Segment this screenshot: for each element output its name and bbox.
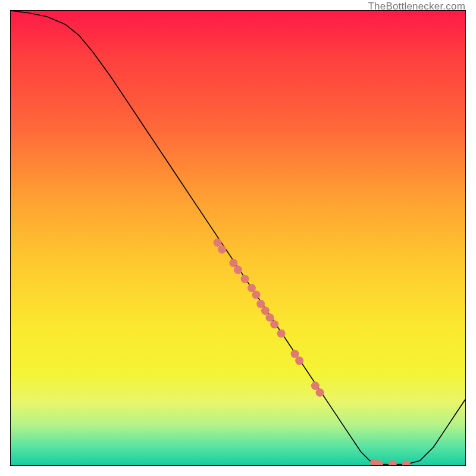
data-point [218, 245, 226, 253]
data-point [265, 314, 274, 322]
data-point [256, 300, 265, 308]
data-point [234, 265, 242, 274]
data-point [277, 329, 286, 337]
data-point [402, 461, 411, 465]
data-point [295, 356, 303, 365]
data-point [389, 461, 397, 465]
data-point [229, 259, 237, 267]
scatter-group [214, 239, 411, 465]
chart-plot-area [10, 10, 466, 466]
curve-path [11, 11, 465, 465]
data-point [270, 320, 278, 328]
data-point [261, 306, 270, 315]
data-point [214, 239, 222, 247]
chart-stage: TheBottlenecker.com [0, 0, 476, 476]
data-point [240, 275, 249, 283]
data-point [311, 381, 320, 390]
data-point [252, 291, 261, 299]
data-point [316, 389, 324, 397]
data-point [291, 350, 299, 358]
chart-svg [11, 11, 465, 465]
data-point [248, 284, 256, 292]
